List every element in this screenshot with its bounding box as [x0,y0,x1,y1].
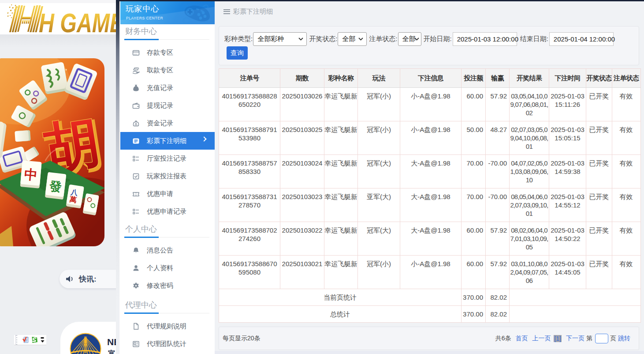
column-header: 开奖结果 [510,69,549,88]
deposit-card-icon [132,49,140,56]
header-shadow [0,34,116,48]
table-cell: 已开奖 [586,121,612,155]
column-header: 彩种名称 [324,69,358,88]
mahjong-promo-banner[interactable]: 胡 胡 中 發 八萬 [0,58,104,246]
section-title: 代理中心 [125,300,209,313]
sidebar-item-label: 个人资料 [147,264,173,272]
table-row: 401569173588731 27857020250103023幸运飞艇新亚军… [219,188,641,222]
summary-win-amount: 82.02 [486,289,510,306]
table-cell: 60.00 [462,222,486,256]
column-header: 下注时间 [549,69,586,88]
table-cell: 401569173588670 595080 [219,256,280,289]
table-cell: 03,01,10,08,0 2,04,09,07,05, 06 [510,256,549,289]
purse-icon [132,120,140,127]
table-row: 401569173588702 27426020250103022幸运飞艇新冠军… [219,222,641,256]
end-date-input[interactable]: 2025-01-04 12:00:00 [549,32,614,46]
person-icon [132,264,140,272]
menu-toggle-icon[interactable] [223,9,230,14]
draw-status-label: 开奖状态: [309,35,337,43]
table-cell: 401569173588702 274260 [219,222,280,256]
gear-icon [132,282,140,290]
start-date-input[interactable]: 2025-01-03 12:00:00 [453,32,517,46]
coupon-icon [132,190,140,198]
sidebar-item-label: 修改密码 [147,282,173,290]
sidebar-item[interactable]: 优惠申请记录 [120,203,215,220]
sidebar-item[interactable]: 个人资料 [120,259,215,277]
sidebar-menu: 消息公告个人资料修改密码 [120,241,215,294]
table-cell: 有效 [612,188,640,222]
prev-page-link[interactable]: 上一页 [532,335,551,343]
table-cell: 有效 [612,121,640,155]
sidebar-item[interactable]: 消息公告 [120,241,215,259]
select-caret-icon [298,38,303,41]
doc-icon [132,323,140,330]
sidebar-item[interactable]: 存款专区 [120,44,215,61]
sidebar-item-label: 优惠申请 [147,190,173,198]
table-cell: 08,05,04,06,0 2,07,03,09,10, 01 [510,188,549,222]
first-page-link[interactable]: 首页 [515,335,528,343]
svg-text:中: 中 [24,167,38,182]
lottery-type-select[interactable]: 全部彩种 [253,32,307,46]
section-title: 个人中心 [125,224,209,237]
sidebar-item[interactable]: 代理规则说明 [120,317,215,335]
start-date-label: 开始日期: [424,35,452,43]
column-header: 下注信息 [400,69,462,88]
sidebar-item[interactable]: 代理团队统计 [120,335,215,353]
collapse-icon[interactable] [41,337,45,343]
table-cell: 有效 [612,155,640,188]
table-cell: 有效 [612,222,640,256]
page-top-strip [0,0,116,3]
sidebar-item[interactable]: 玩家投注报表 [120,167,215,185]
order-status-select[interactable]: 全部 [398,32,421,46]
green-s-icon[interactable] [31,336,38,343]
table-cell: 亚军(大) [358,188,400,222]
sidebar-menu: 存款专区取款专区充值记录提现记录资金记录彩票下注明细厅室投注记录玩家投注报表优惠… [120,44,215,220]
sidebar-item[interactable]: 彩票下注明细 [120,132,215,150]
jump-go-link[interactable]: 跳转 [618,335,630,343]
lottery-type-label: 彩种类型: [224,35,253,43]
sidebar-item[interactable]: 充值记录 [120,79,215,97]
table-cell: 幸运飞艇新 [324,188,358,222]
table-cell: 冠军(小) [358,88,400,121]
jump-suffix: 页 [610,335,616,343]
table-cell: 57.92 [486,88,510,121]
sidebar-menu: 代理规则说明代理团队统计 [120,317,215,353]
search-button[interactable]: 查询 [227,46,248,60]
next-page-link[interactable]: 下一页 [566,335,584,343]
page-jump-input[interactable] [595,334,608,343]
summary-bet-amount: 370.00 [462,289,486,306]
doc-check-icon[interactable] [22,336,29,343]
table-cell: 57.92 [486,222,510,256]
table-cell: 57.92 [486,256,510,289]
drag-handle-icon[interactable] [15,335,19,345]
end-date-label: 结束日期: [520,35,548,43]
table-cell: -70.00 [486,188,510,222]
sidebar-item[interactable]: 修改密码 [120,277,215,294]
table-cell: 401569173588757 858330 [219,155,280,188]
table-cell: 冠军(小) [358,121,400,155]
news-ticker: 快讯: [60,270,116,288]
table-cell: 已开奖 [586,222,612,256]
draw-status-select[interactable]: 全部 [338,32,367,46]
table-cell: 幸运飞艇新 [324,155,358,188]
table-cell: 50.00 [462,121,486,155]
sidebar-item[interactable]: 提现记录 [120,97,215,114]
table-cell: 2025-01-03 15:05:15 [549,121,586,155]
table-cell: 20250103025 [280,121,324,155]
column-header: 玩法 [358,69,400,88]
table-cell: 已开奖 [586,188,612,222]
table-cell: 60.00 [462,88,486,121]
sidebar-item[interactable]: 厅室投注记录 [120,150,215,167]
sidebar-item[interactable]: 资金记录 [120,114,215,132]
table-cell: 20250103023 [280,188,324,222]
browser-mini-toolbar [14,335,46,345]
table-cell: 2025-01-03 14:59:38 [549,155,586,188]
sidebar-item-label: 存款专区 [147,49,173,57]
sidebar-item-label: 玩家投注报表 [147,172,186,181]
sidebar-item[interactable]: 优惠申请 [120,185,215,203]
select-caret-icon [358,38,363,41]
order-status-label: 注单状态: [369,35,397,43]
news-card-title: NE [107,337,116,347]
sidebar-item[interactable]: 取款专区 [120,61,215,79]
sidebar-item-label: 代理团队统计 [147,340,186,348]
